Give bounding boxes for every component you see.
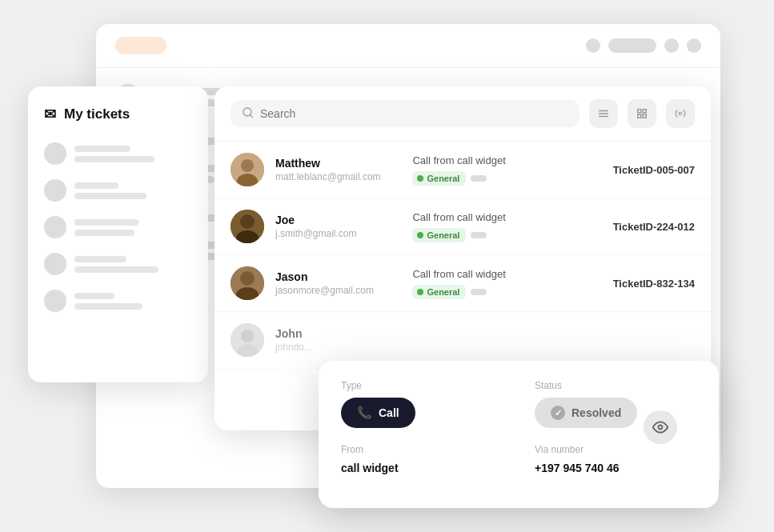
popup-from-value: call widget xyxy=(341,462,503,474)
envelope-icon: ✉ xyxy=(44,106,56,123)
bg-topbar xyxy=(96,24,720,68)
sidebar-line xyxy=(74,303,142,310)
sidebar-list-item-4[interactable] xyxy=(44,253,192,275)
ticket-email-jason: jasonmore@gmail.com xyxy=(275,285,401,296)
sidebar-list-item-1[interactable] xyxy=(44,142,192,165)
avatar-jason xyxy=(231,266,264,300)
sidebar-line xyxy=(74,256,126,262)
popup-status-label: Status xyxy=(535,380,696,391)
sidebar-avatar-3 xyxy=(44,216,66,238)
svg-line-1 xyxy=(250,114,252,117)
ticket-name-joe: Joe xyxy=(275,214,401,226)
avatar-john xyxy=(231,323,264,357)
avatar-joe xyxy=(231,210,264,243)
ticket-email-john: johndo... xyxy=(275,342,434,353)
sidebar-line xyxy=(74,230,134,236)
sidebar-avatar-1 xyxy=(44,142,66,165)
search-input-wrap[interactable] xyxy=(231,100,579,127)
avatar-matthew xyxy=(231,153,264,186)
sidebar-line xyxy=(74,193,146,199)
svg-point-22 xyxy=(659,426,663,430)
ticket-info-jason: Jason jasonmore@gmail.com xyxy=(275,270,401,296)
svg-point-11 xyxy=(241,159,254,172)
popup-type-label: Type xyxy=(341,380,503,391)
ticket-id-joe: TicketID-224-012 xyxy=(613,221,695,233)
ticket-info-matthew: Matthew matt.leblanc@gmail.com xyxy=(275,157,401,182)
bg-circle-3 xyxy=(687,38,701,53)
popup-via-value: +197 945 740 46 xyxy=(535,462,696,474)
ticket-email-matthew: matt.leblanc@gmail.com xyxy=(275,171,401,182)
sidebar-lines-4 xyxy=(74,256,192,273)
popup-top-row: Type 📞 Call Status ✓ Resolved xyxy=(341,380,696,428)
popup-type-field: Type 📞 Call xyxy=(341,380,503,428)
bg-circle-1 xyxy=(586,38,600,53)
ticket-info-joe: Joe j.smith@gmail.com xyxy=(275,214,401,239)
sidebar-lines-2 xyxy=(74,182,192,199)
tag-general-joe: General xyxy=(412,228,466,242)
sidebar-list-item-5[interactable] xyxy=(44,290,192,312)
search-bar xyxy=(215,86,711,142)
svg-point-14 xyxy=(240,214,255,229)
ticket-row-jason[interactable]: Jason jasonmore@gmail.com Call from call… xyxy=(215,255,711,312)
sidebar-list-item-2[interactable] xyxy=(44,179,192,202)
sidebar-title: ✉ My tickets xyxy=(44,106,192,123)
tag-dot xyxy=(417,175,423,182)
popup-card: Type 📞 Call Status ✓ Resolved xyxy=(319,361,719,508)
popup-bottom-row: From call widget Via number +197 945 740… xyxy=(341,444,696,474)
tag-pill-joe xyxy=(471,232,487,238)
popup-resolved-label: Resolved xyxy=(571,406,621,419)
sidebar-line xyxy=(74,182,118,189)
ticket-row-matthew[interactable]: Matthew matt.leblanc@gmail.com Call from… xyxy=(215,142,711,198)
ticket-name-john: John xyxy=(275,327,434,340)
sidebar-avatar-4 xyxy=(44,253,66,275)
tag-pill-matthew xyxy=(471,175,487,182)
ticket-subject-text-matthew: Call from call widget xyxy=(412,154,601,166)
popup-call-label: Call xyxy=(379,406,399,419)
sidebar-line xyxy=(74,293,114,299)
tag-general-jason: General xyxy=(412,285,466,299)
bg-pill-1 xyxy=(608,38,656,53)
popup-via-label: Via number xyxy=(535,444,696,455)
bg-accent-pill xyxy=(115,37,166,54)
svg-point-17 xyxy=(240,271,255,286)
sidebar-lines-1 xyxy=(74,146,192,162)
ticket-id-jason: TicketID-832-134 xyxy=(613,278,695,290)
ticket-name-matthew: Matthew xyxy=(275,157,401,170)
toolbar-btn-2[interactable] xyxy=(628,99,656,128)
sidebar-lines-5 xyxy=(74,293,192,310)
tag-dot xyxy=(417,232,423,238)
tag-general-matthew: General xyxy=(412,171,466,186)
bg-circle-2 xyxy=(664,38,679,53)
sidebar-lines-3 xyxy=(74,219,192,236)
sidebar-line xyxy=(74,219,138,226)
check-icon: ✓ xyxy=(551,406,565,420)
ticket-tags-joe: General xyxy=(412,228,601,242)
ticket-subject-joe: Call from call widget General xyxy=(412,211,601,242)
svg-rect-7 xyxy=(638,114,641,118)
svg-point-20 xyxy=(241,330,254,342)
ticket-row-joe[interactable]: Joe j.smith@gmail.com Call from call wid… xyxy=(215,198,711,255)
sidebar-list-item-3[interactable] xyxy=(44,216,192,238)
search-icon xyxy=(242,106,254,121)
svg-rect-8 xyxy=(643,114,646,118)
popup-from-label: From xyxy=(341,444,503,455)
popup-call-button[interactable]: 📞 Call xyxy=(341,398,415,428)
toolbar-btn-1[interactable] xyxy=(589,99,618,128)
tag-dot xyxy=(417,289,423,295)
sidebar-avatar-5 xyxy=(44,290,66,312)
popup-via-field: Via number +197 945 740 46 xyxy=(535,444,696,474)
ticket-subject-jason: Call from call widget General xyxy=(412,268,601,299)
sidebar-avatar-2 xyxy=(44,179,66,202)
ticket-tags-jason: General xyxy=(412,285,601,299)
search-input[interactable] xyxy=(260,107,568,120)
ticket-info-john: John johndo... xyxy=(275,327,434,353)
popup-resolved-button[interactable]: ✓ Resolved xyxy=(535,398,637,428)
ticket-tags-matthew: General xyxy=(412,171,601,186)
ticket-subject-text-joe: Call from call widget xyxy=(412,211,601,223)
sidebar-card: ✉ My tickets xyxy=(28,86,208,382)
ticket-subject-text-jason: Call from call widget xyxy=(412,268,601,280)
toolbar-btn-3[interactable] xyxy=(666,99,695,128)
ticket-id-matthew: TicketID-005-007 xyxy=(613,164,695,176)
svg-rect-5 xyxy=(638,110,641,113)
popup-eye-button[interactable] xyxy=(644,410,677,444)
